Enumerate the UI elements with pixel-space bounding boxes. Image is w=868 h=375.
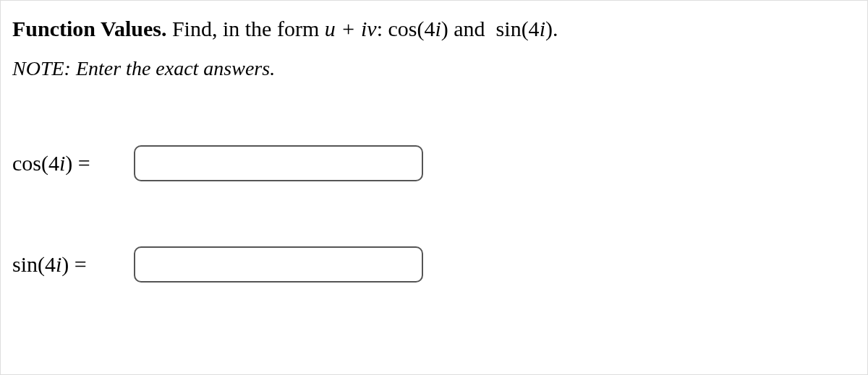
heading: Function Values. Find, in the form u + i… xyxy=(12,14,856,44)
heading-expr: u + iv xyxy=(325,17,377,40)
sin-equals: = xyxy=(69,252,86,276)
cos-input[interactable] xyxy=(134,145,423,181)
cos-row: cos(4i) = xyxy=(12,145,856,181)
sin-arg: (4i) xyxy=(38,252,69,276)
cos-equals: = xyxy=(72,151,90,175)
heading-prompt-post: : cos(4i) and sin(4i). xyxy=(377,17,558,40)
note: NOTE: Enter the exact answers. xyxy=(12,57,856,80)
sin-row: sin(4i) = xyxy=(12,246,856,283)
cos-label: cos(4i) = xyxy=(12,151,134,176)
sin-func: sin xyxy=(12,252,38,276)
cos-arg: (4i) xyxy=(41,151,72,175)
heading-prompt-pre: Find, in the form xyxy=(172,17,325,40)
sin-label: sin(4i) = xyxy=(12,252,134,277)
sin-input[interactable] xyxy=(134,246,423,283)
heading-title: Function Values. xyxy=(12,17,166,40)
cos-func: cos xyxy=(12,151,41,175)
